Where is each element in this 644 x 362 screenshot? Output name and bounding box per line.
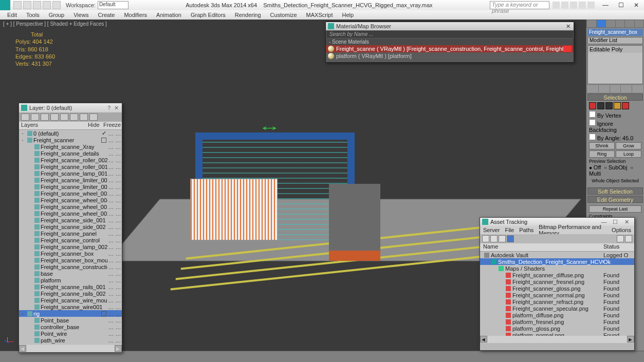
preview-selection-radios[interactable]: ● Off ○ SubObj ○ Multi (589, 164, 641, 177)
help-search-input[interactable]: Type a keyword or phrase (490, 1, 549, 9)
hide-toggle[interactable]: … (107, 184, 115, 190)
freeze-toggle[interactable]: … (115, 324, 122, 330)
by-angle-checkbox[interactable]: By Angle: 45.0 (589, 134, 641, 141)
hide-toggle[interactable]: … (107, 157, 115, 163)
redo-icon[interactable] (52, 1, 61, 9)
layer-row[interactable]: Freight_scanne_Xray…… (19, 143, 122, 150)
hide-toggle[interactable]: … (107, 170, 115, 177)
freeze-toggle[interactable]: … (115, 150, 122, 157)
asset-options-icon[interactable] (625, 235, 632, 242)
freeze-layer-icon[interactable] (80, 113, 88, 121)
freeze-toggle[interactable]: … (115, 337, 122, 344)
hide-toggle[interactable]: … (107, 211, 115, 217)
exchange-icon[interactable] (570, 2, 577, 9)
modifier-list-dropdown[interactable]: Modifier List (587, 37, 643, 44)
freeze-toggle[interactable]: … (115, 297, 122, 303)
layers-panel-titlebar[interactable]: Layer: 0 (default) ? ✕ (19, 103, 122, 112)
layer-row[interactable]: base…… (19, 270, 122, 277)
layers-close-icon[interactable]: ✕ (113, 105, 120, 111)
freeze-toggle[interactable]: … (115, 164, 122, 170)
hide-toggle[interactable]: … (107, 237, 115, 243)
asset-menu-server[interactable]: Server (483, 227, 500, 233)
object-name-field[interactable]: Freight_scanner_box (587, 29, 643, 36)
freeze-toggle[interactable]: … (115, 311, 122, 317)
asset-row[interactable]: Freight_scanner_diffuse.pngFound (480, 272, 634, 278)
layer-row[interactable]: Freight_scanne_panel…… (19, 230, 122, 237)
polygon-level-icon[interactable] (614, 102, 621, 109)
menu-help[interactable]: Help (338, 12, 358, 18)
layer-row[interactable]: Freight_scanne_construction…… (19, 263, 122, 270)
tab-motion-icon[interactable] (616, 20, 625, 27)
layer-row[interactable]: controller_base…… (19, 323, 122, 330)
rollout-edit-geometry-header[interactable]: Edit Geometry (587, 196, 643, 203)
freeze-toggle[interactable]: … (115, 244, 122, 250)
minimize-button[interactable]: — (598, 0, 613, 10)
freeze-toggle[interactable]: … (115, 184, 122, 190)
layer-row[interactable]: Freight_scanne_wheel_004…… (19, 197, 122, 203)
asset-highlight-icon[interactable] (507, 235, 514, 242)
hide-toggle[interactable]: … (107, 164, 115, 170)
remove-modifier-icon[interactable] (621, 85, 632, 92)
asset-status-icon[interactable] (617, 235, 624, 242)
hide-toggle[interactable]: … (107, 317, 115, 323)
hide-toggle[interactable]: … (107, 291, 115, 297)
rollout-selection-header[interactable]: Selection (587, 93, 643, 101)
hide-toggle[interactable]: … (107, 190, 115, 197)
stack-item-editable-poly[interactable]: Editable Poly (588, 46, 642, 53)
layer-row[interactable]: Freight_scanne_control…… (19, 237, 122, 243)
layer-row[interactable]: -Freight_scanner…… (19, 137, 122, 143)
asset-row[interactable]: Autodesk VaultLogged O (480, 252, 634, 258)
asset-refresh-icon[interactable] (499, 235, 506, 242)
help-icon[interactable] (587, 2, 595, 9)
hide-toggle[interactable]: … (107, 304, 115, 310)
layer-properties-icon[interactable] (89, 113, 98, 121)
layer-row[interactable]: Freight_scanne_rails_001…… (19, 283, 122, 290)
menu-customize[interactable]: Customize (266, 12, 301, 18)
freeze-toggle[interactable]: … (115, 304, 122, 310)
move-gizmo-icon[interactable]: ↔ (258, 120, 281, 136)
tab-create-icon[interactable] (587, 20, 596, 27)
material-search-input[interactable]: Search by Name ... (326, 31, 573, 38)
viewport-label[interactable]: [ + ] [ Perspective ] [ Shaded + Edged F… (3, 21, 107, 27)
menu-maxscript[interactable]: MAXScript (302, 12, 337, 18)
hide-toggle[interactable]: … (107, 231, 115, 237)
pin-stack-icon[interactable] (587, 85, 598, 92)
asset-row[interactable]: Freight_scanner_gloss.pngFound (480, 285, 634, 292)
hide-toggle[interactable]: … (107, 284, 115, 290)
tab-display-icon[interactable] (625, 20, 634, 27)
modifier-stack[interactable]: Editable Poly (587, 45, 643, 84)
ignore-backfacing-checkbox[interactable]: Ignore Backfacing (589, 119, 641, 133)
layer-row[interactable]: Freight_scanne_wire001…… (19, 303, 122, 310)
freeze-toggle[interactable]: … (115, 170, 122, 177)
layer-row[interactable]: Freight_scanne_wheel_001…… (19, 203, 122, 210)
material-row[interactable]: platform ( VRayMtl ) [platform] (326, 52, 574, 60)
asset-row[interactable]: Freight_scanner_specular.pngFound (480, 305, 634, 312)
layer-row[interactable]: Freight_scanne_rails_002…… (19, 290, 122, 297)
freeze-toggle[interactable]: … (115, 271, 122, 277)
menu-edit[interactable]: Edit (3, 12, 21, 18)
layer-row[interactable]: Freight_scanne_wheel_003…… (19, 190, 122, 197)
freeze-toggle[interactable]: … (115, 204, 122, 210)
freeze-toggle[interactable]: … (115, 144, 122, 150)
asset-list-icon[interactable] (490, 235, 498, 242)
material-browser-titlebar[interactable]: Material/Map Browser ✕ (326, 22, 574, 30)
color-swatch[interactable] (101, 311, 106, 316)
freeze-toggle[interactable]: … (115, 217, 122, 223)
freeze-toggle[interactable]: … (115, 317, 122, 323)
freeze-toggle[interactable]: … (115, 264, 122, 270)
hide-toggle[interactable]: … (107, 277, 115, 283)
hide-toggle[interactable]: … (107, 311, 115, 317)
select-layer-objects-icon[interactable] (50, 113, 59, 121)
layer-row[interactable]: Freight_scanner_box_mount…… (19, 257, 122, 263)
layer-row[interactable]: -0 (default)✓…… (19, 130, 122, 137)
freeze-toggle[interactable]: … (115, 237, 122, 243)
maximize-button[interactable]: ☐ (613, 0, 629, 10)
layer-row[interactable]: Point_base…… (19, 317, 122, 323)
freeze-toggle[interactable]: … (115, 277, 122, 283)
hide-toggle[interactable]: … (107, 271, 115, 277)
new-icon[interactable] (13, 1, 22, 9)
material-browser-close-icon[interactable]: ✕ (564, 23, 572, 30)
freeze-toggle[interactable]: … (115, 190, 122, 197)
layers-hscrollbar[interactable]: ◄► (19, 345, 122, 352)
subscription-icon[interactable] (561, 2, 568, 9)
